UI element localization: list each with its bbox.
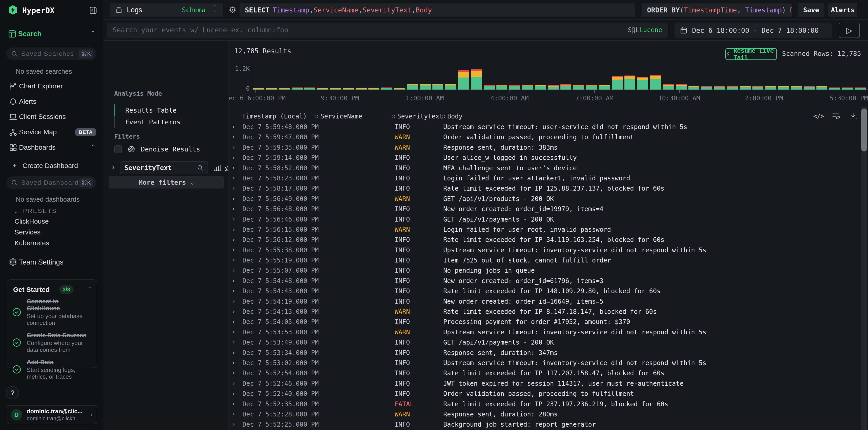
row-expand-chevron-icon[interactable]: › xyxy=(231,287,236,295)
histogram-bar[interactable] xyxy=(394,88,405,90)
histogram-bar[interactable] xyxy=(599,85,610,90)
histogram-bar[interactable] xyxy=(791,86,802,90)
log-row[interactable]: ›Dec 7 5:54:19.000 PMINFONew order creat… xyxy=(228,296,862,306)
row-expand-chevron-icon[interactable]: › xyxy=(231,185,236,192)
histogram-bar[interactable] xyxy=(727,86,738,90)
chevron-right-icon[interactable]: › xyxy=(112,163,115,171)
row-expand-chevron-icon[interactable]: › xyxy=(231,143,236,151)
row-expand-chevron-icon[interactable]: › xyxy=(231,226,236,233)
row-expand-chevron-icon[interactable]: › xyxy=(231,298,236,305)
log-row[interactable]: ›Dec 7 5:54:05.000 PMINFOProcessing paym… xyxy=(228,317,862,327)
denoise-results-toggle[interactable]: Denoise Results xyxy=(114,145,200,153)
histogram-bar[interactable] xyxy=(778,86,789,90)
log-row[interactable]: ›Dec 7 5:52:35.000 PMFATALRate limit exc… xyxy=(228,399,862,409)
histogram-bar[interactable] xyxy=(855,88,866,90)
log-row[interactable]: ›Dec 7 5:52:28.000 PMWARNResponse sent, … xyxy=(228,409,862,419)
more-filters-button[interactable]: More filters⌄ xyxy=(108,176,224,189)
histogram-bar[interactable] xyxy=(624,75,635,90)
preset-item-clickhouse[interactable]: ClickHouse xyxy=(14,218,49,225)
row-expand-chevron-icon[interactable]: › xyxy=(231,246,236,254)
query-language-toggle[interactable]: SQL|Lucene xyxy=(628,26,662,34)
histogram-bar[interactable] xyxy=(266,88,277,90)
log-row[interactable]: ›Dec 7 5:52:46.000 PMINFOJWT token expir… xyxy=(228,378,862,388)
log-row[interactable]: ›Dec 7 5:58:52.000 PMINFOMFA challenge s… xyxy=(228,163,862,173)
histogram-bar[interactable] xyxy=(560,84,571,90)
analysis-mode-results-table[interactable]: Results Table xyxy=(114,104,181,116)
row-expand-chevron-icon[interactable]: › xyxy=(231,318,236,325)
row-expand-chevron-icon[interactable]: › xyxy=(231,328,236,336)
sidebar-item-chart-explorer[interactable]: Chart Explorer xyxy=(0,80,103,93)
log-row[interactable]: ›Dec 7 5:54:43.000 PMINFORate limit exce… xyxy=(228,286,862,296)
drag-handle-icon[interactable]: ∷ xyxy=(442,113,445,120)
drag-handle-icon[interactable]: ∷ xyxy=(392,113,395,120)
log-row[interactable]: ›Dec 7 5:58:17.000 PMINFORate limit exce… xyxy=(228,183,862,193)
row-expand-chevron-icon[interactable]: › xyxy=(231,369,236,377)
histogram-bar[interactable] xyxy=(548,85,559,90)
log-row[interactable]: ›Dec 7 5:55:38.000 PMINFOUpstream servic… xyxy=(228,245,862,255)
histogram-bar[interactable] xyxy=(752,86,763,90)
log-row[interactable]: ›Dec 7 5:53:02.000 PMINFOUpstream servic… xyxy=(228,358,862,368)
preset-item-kubernetes[interactable]: Kubernetes xyxy=(14,239,49,247)
row-expand-chevron-icon[interactable]: › xyxy=(231,256,236,264)
column-header-body[interactable]: ∷Body xyxy=(442,112,463,120)
log-row[interactable]: ›Dec 7 5:59:14.000 PMINFOUser alice_w lo… xyxy=(228,153,862,163)
log-row[interactable]: ›Dec 7 5:54:13.000 PMWARNRate limit exce… xyxy=(228,306,862,317)
sidebar-item-search[interactable]: Search ⌃ xyxy=(0,29,103,39)
row-expand-chevron-icon[interactable]: › xyxy=(231,236,236,243)
user-menu[interactable]: D dominic.tran@clic... dominic.tran@clic… xyxy=(7,405,97,424)
histogram-bar[interactable] xyxy=(445,84,456,90)
run-query-button[interactable]: ▷ xyxy=(839,23,860,38)
row-expand-chevron-icon[interactable]: › xyxy=(231,400,236,408)
scrollbar-thumb[interactable] xyxy=(861,108,867,152)
log-row[interactable]: ›Dec 7 5:59:35.000 PMWARNResponse sent, … xyxy=(228,142,862,153)
histogram-bar[interactable] xyxy=(317,88,328,90)
lucene-mode-option[interactable]: Lucene xyxy=(639,26,662,34)
histogram-bar[interactable] xyxy=(471,69,482,90)
preset-item-services[interactable]: Services xyxy=(14,228,40,236)
histogram-bar[interactable] xyxy=(842,88,853,90)
row-expand-chevron-icon[interactable]: › xyxy=(231,390,236,397)
histogram-bar[interactable] xyxy=(535,85,546,90)
log-row[interactable]: ›Dec 7 5:56:12.000 PMINFORate limit exce… xyxy=(228,234,862,244)
log-row[interactable]: ›Dec 7 5:56:15.000 PMWARNLogin failed fo… xyxy=(228,224,862,234)
chevron-up-icon[interactable]: ⌃ xyxy=(91,143,95,150)
row-expand-chevron-icon[interactable]: › xyxy=(231,133,236,141)
log-row[interactable]: ›Dec 7 5:59:48.000 PMINFOUpstream servic… xyxy=(228,122,862,132)
histogram-bar[interactable] xyxy=(829,88,840,90)
histogram-bar[interactable] xyxy=(432,84,443,90)
search-icon[interactable] xyxy=(197,164,204,171)
row-expand-chevron-icon[interactable]: › xyxy=(231,195,236,202)
row-expand-chevron-icon[interactable]: › xyxy=(231,267,236,274)
saved-dashboards-input[interactable]: Saved Dashboards ⌘K xyxy=(6,176,96,189)
histogram-bar[interactable] xyxy=(304,88,315,90)
source-select[interactable]: Logs Schema ⌃⌄ xyxy=(110,3,223,17)
histogram-bar[interactable] xyxy=(586,85,597,90)
chevron-up-icon[interactable]: ⌃ xyxy=(87,286,92,292)
row-expand-chevron-icon[interactable]: › xyxy=(231,410,236,418)
log-row[interactable]: ›Dec 7 5:56:49.000 PMWARNGET /api/v1/pro… xyxy=(228,194,862,204)
save-button[interactable]: Save xyxy=(798,3,824,17)
histogram-bar[interactable] xyxy=(368,88,379,90)
row-expand-chevron-icon[interactable]: › xyxy=(231,216,236,223)
histogram-bar[interactable] xyxy=(804,86,815,90)
histogram-bar[interactable] xyxy=(279,88,290,90)
log-row[interactable]: ›Dec 7 5:52:25.000 PMINFOBackground job … xyxy=(228,419,862,429)
wrap-lines-icon[interactable] xyxy=(831,112,841,121)
row-expand-chevron-icon[interactable]: › xyxy=(231,164,236,172)
row-expand-chevron-icon[interactable]: › xyxy=(231,349,236,356)
histogram-bar[interactable] xyxy=(663,84,674,90)
histogram-bar[interactable] xyxy=(343,88,354,90)
row-expand-chevron-icon[interactable]: › xyxy=(231,359,236,366)
histogram-bar[interactable] xyxy=(637,77,648,90)
drag-handle-icon[interactable]: ∷ xyxy=(315,113,318,120)
histogram-bar[interactable] xyxy=(650,75,661,90)
histogram-bar[interactable] xyxy=(612,76,623,90)
histogram-bar[interactable] xyxy=(740,86,751,90)
log-row[interactable]: ›Dec 7 5:52:40.000 PMINFOOrder validatio… xyxy=(228,388,862,399)
code-view-icon[interactable]: </> xyxy=(814,112,824,121)
source-settings-gear-icon[interactable]: ⚙ xyxy=(227,5,238,15)
row-expand-chevron-icon[interactable]: › xyxy=(231,379,236,387)
sidebar-item-team-settings[interactable]: Team Settings xyxy=(9,258,17,266)
row-expand-chevron-icon[interactable]: › xyxy=(231,421,236,428)
histogram-bar[interactable] xyxy=(407,84,418,90)
